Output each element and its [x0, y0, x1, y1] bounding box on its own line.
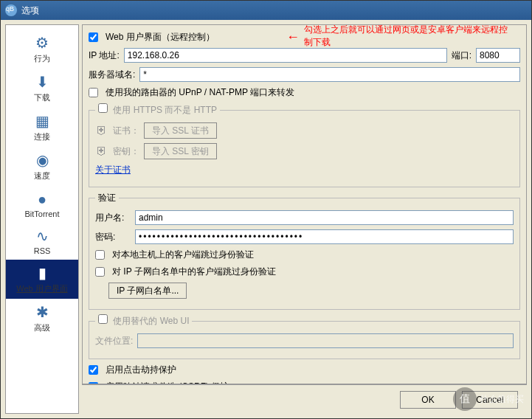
alt-webui-fieldset: 使用替代的 Web UI 文件位置:	[89, 314, 520, 359]
cert-label: 证书：	[113, 125, 139, 137]
bypass-whitelist-checkbox[interactable]	[95, 267, 105, 277]
sidebar-label: RSS	[34, 246, 51, 255]
enable-webui-checkbox[interactable]	[89, 32, 98, 42]
sidebar-icon: ▦	[32, 112, 52, 130]
sidebar-icon: ∿	[32, 227, 52, 245]
clickjack-label: 启用点击劫持保护	[106, 364, 176, 376]
import-key-button[interactable]: 导入 SSL 密钥	[144, 143, 217, 159]
clickjack-checkbox[interactable]	[89, 365, 98, 375]
domain-label: 服务器域名:	[89, 69, 135, 81]
sidebar-item-2[interactable]: ▦连接	[6, 108, 78, 147]
sidebar-label: 行为	[34, 53, 50, 64]
port-input[interactable]	[476, 48, 520, 63]
password-label: 密码:	[95, 231, 131, 243]
https-checkbox[interactable]	[98, 103, 108, 113]
options-dialog: 选项 ⚙行为⬇下载▦连接◉速度●BitTorrent∿RSS▮Web 用户界面✱…	[0, 0, 532, 419]
annotation-text: 勾选上之后就可以通过网页或是安卓客户端来远程控制下载	[304, 24, 511, 49]
port-label: 端口:	[452, 49, 471, 62]
ok-button[interactable]: OK	[400, 391, 456, 409]
sidebar-label: 速度	[34, 170, 50, 181]
sidebar-item-1[interactable]: ⬇下载	[6, 69, 78, 108]
watermark-icon: 值	[453, 387, 477, 411]
sidebar-label: 下载	[34, 92, 50, 103]
sidebar-item-3[interactable]: ◉速度	[6, 147, 78, 186]
watermark: 值 什么值得买	[453, 387, 524, 411]
username-input[interactable]	[135, 210, 514, 225]
ip-input[interactable]	[124, 48, 447, 63]
sidebar-label: 高级	[34, 322, 50, 333]
files-loc-input[interactable]	[137, 333, 514, 348]
https-fieldset: 使用 HTTPS 而不是 HTTP ⛨ 证书： 导入 SSL 证书 ⛨ 密钥： …	[89, 103, 520, 187]
bypass-local-checkbox[interactable]	[95, 250, 105, 260]
enable-webui-label: Web 用户界面（远程控制）	[106, 31, 215, 44]
sidebar-label: Web 用户界面	[16, 283, 67, 294]
sidebar-item-0[interactable]: ⚙行为	[6, 30, 78, 69]
sidebar-icon: ◉	[32, 151, 52, 169]
files-loc-label: 文件位置:	[95, 335, 133, 347]
auth-legend: 验证	[95, 192, 119, 204]
category-sidebar: ⚙行为⬇下载▦连接◉速度●BitTorrent∿RSS▮Web 用户界面✱高级	[5, 24, 79, 414]
sidebar-icon: ✱	[32, 303, 52, 321]
auth-fieldset: 验证 用户名: 密码: 对本地主机上的客户端跳过身份验证	[89, 192, 520, 310]
titlebar[interactable]: 选项	[1, 1, 531, 20]
password-input[interactable]	[135, 229, 514, 244]
upnp-label: 使用我的路由器的 UPnP / NAT-PMP 端口来转发	[106, 86, 294, 99]
upnp-checkbox[interactable]	[89, 88, 98, 97]
dialog-footer: OK Cancel 值 什么值得买	[82, 384, 527, 414]
domain-input[interactable]	[139, 67, 520, 82]
shield-icon: ⛨	[95, 124, 108, 137]
sidebar-item-6[interactable]: ▮Web 用户界面	[6, 260, 78, 299]
sidebar-icon: ⚙	[32, 34, 52, 52]
key-label: 密钥：	[113, 145, 139, 158]
window-title: 选项	[21, 4, 39, 17]
sidebar-icon: ▮	[32, 264, 52, 282]
app-icon	[5, 4, 17, 16]
annotation-arrow: ←	[286, 30, 300, 45]
bypass-local-label: 对本地主机上的客户端跳过身份验证	[112, 249, 254, 261]
alt-webui-label: 使用替代的 Web UI	[113, 316, 189, 326]
sidebar-icon: ●	[32, 190, 52, 208]
https-label: 使用 HTTPS 而不是 HTTP	[113, 105, 217, 115]
username-label: 用户名:	[95, 212, 131, 224]
sidebar-label: BitTorrent	[24, 210, 59, 218]
sidebar-label: 连接	[34, 131, 50, 142]
shield-icon: ⛨	[95, 145, 108, 158]
watermark-text: 什么值得买	[480, 393, 524, 406]
bypass-whitelist-label: 对 IP 子网白名单中的客户端跳过身份验证	[112, 266, 276, 278]
sidebar-item-4[interactable]: ●BitTorrent	[6, 186, 78, 223]
ip-label: IP 地址:	[89, 49, 120, 62]
alt-webui-checkbox[interactable]	[98, 314, 108, 324]
settings-panel: 勾选上之后就可以通过网页或是安卓客户端来远程控制下载 ← Web 用户界面（远程…	[82, 24, 527, 384]
whitelist-button[interactable]: IP 子网白名单...	[108, 283, 187, 299]
import-cert-button[interactable]: 导入 SSL 证书	[144, 122, 217, 139]
sidebar-icon: ⬇	[32, 73, 52, 91]
about-cert-link[interactable]: 关于证书	[95, 164, 131, 176]
sidebar-item-5[interactable]: ∿RSS	[6, 223, 78, 260]
sidebar-item-7[interactable]: ✱高级	[6, 299, 78, 338]
